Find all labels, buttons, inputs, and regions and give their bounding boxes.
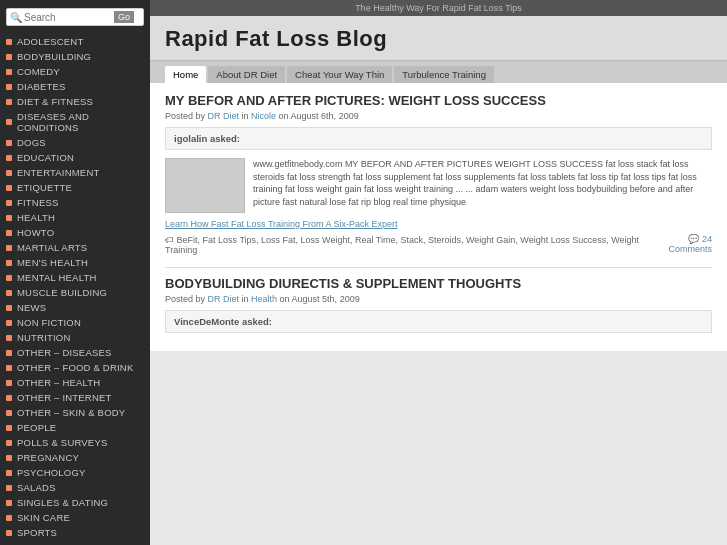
sidebar-item-howto[interactable]: HOWTO bbox=[0, 225, 150, 240]
sidebar-item-label: DIABETES bbox=[17, 81, 66, 92]
post-1-comments-link[interactable]: 💬 24 Comments bbox=[646, 234, 712, 254]
sidebar-item-muscle-building[interactable]: MUSCLE BUILDING bbox=[0, 285, 150, 300]
sidebar-item-label: NON FICTION bbox=[17, 317, 81, 328]
post-divider bbox=[165, 267, 712, 268]
sidebar-item-diseases-and-conditions[interactable]: DISEASES AND CONDITIONS bbox=[0, 109, 150, 135]
sidebar-item-label: COMEDY bbox=[17, 66, 60, 77]
sidebar-item-polls---surveys[interactable]: POLLS & SURVEYS bbox=[0, 435, 150, 450]
sidebar-item-dot bbox=[6, 410, 12, 416]
post-2-author-name: VinceDeMonte asked: bbox=[174, 316, 272, 327]
sidebar-item-psychology[interactable]: PSYCHOLOGY bbox=[0, 465, 150, 480]
sidebar-item-label: PEOPLE bbox=[17, 422, 56, 433]
sidebar-item-salads[interactable]: SALADS bbox=[0, 480, 150, 495]
sidebar-item-other---food---drink[interactable]: OTHER – FOOD & DRINK bbox=[0, 360, 150, 375]
topbar-text: The Healthy Way For Rapid Fat Loss Tips bbox=[355, 3, 522, 13]
post-1-tags-list: BeFit, Fat Loss Tips, Loss Fat, Loss Wei… bbox=[165, 235, 639, 255]
sidebar-item-dot bbox=[6, 395, 12, 401]
sidebar-item-label: OTHER – DISEASES bbox=[17, 347, 112, 358]
sidebar-item-label: PSYCHOLOGY bbox=[17, 467, 86, 478]
sidebar-item-other---diseases[interactable]: OTHER – DISEASES bbox=[0, 345, 150, 360]
sidebar-item-dot bbox=[6, 200, 12, 206]
sidebar-item-health[interactable]: HEALTH bbox=[0, 210, 150, 225]
sidebar-item-dot bbox=[6, 440, 12, 446]
sidebar-item-skin-care[interactable]: SKIN CARE bbox=[0, 510, 150, 525]
post-1-author-box: igolalin asked: bbox=[165, 127, 712, 150]
search-button[interactable]: Go bbox=[114, 11, 134, 23]
sidebar-item-sports[interactable]: SPORTS bbox=[0, 525, 150, 540]
sidebar-item-people[interactable]: PEOPLE bbox=[0, 420, 150, 435]
sidebar-item-mental-health[interactable]: MENTAL HEALTH bbox=[0, 270, 150, 285]
sidebar-item-label: OTHER – HEALTH bbox=[17, 377, 100, 388]
search-input[interactable] bbox=[24, 12, 114, 23]
sidebar-item-label: FITNESS bbox=[17, 197, 59, 208]
tab-about-dr-diet[interactable]: About DR Diet bbox=[208, 66, 285, 83]
sidebar-item-singles---dating[interactable]: SINGLES & DATING bbox=[0, 495, 150, 510]
post-2-category-link[interactable]: Health bbox=[251, 294, 277, 304]
sidebar-item-label: HEALTH bbox=[17, 212, 55, 223]
sidebar-item-other---internet[interactable]: OTHER – INTERNET bbox=[0, 390, 150, 405]
sidebar-item-dot bbox=[6, 140, 12, 146]
sidebar-item-dot bbox=[6, 215, 12, 221]
sidebar-item-other---health[interactable]: OTHER – HEALTH bbox=[0, 375, 150, 390]
sidebar-item-comedy[interactable]: COMEDY bbox=[0, 64, 150, 79]
sidebar-item-label: POLLS & SURVEYS bbox=[17, 437, 107, 448]
sidebar-item-dot bbox=[6, 485, 12, 491]
sidebar-item-dot bbox=[6, 380, 12, 386]
sidebar-item-dot bbox=[6, 185, 12, 191]
post-1-tags: 🏷 BeFit, Fat Loss Tips, Loss Fat, Loss W… bbox=[165, 235, 646, 255]
sidebar-item-martial-arts[interactable]: MARTIAL ARTS bbox=[0, 240, 150, 255]
sidebar-item-education[interactable]: EDUCATION bbox=[0, 150, 150, 165]
sidebar-item-nutrition[interactable]: NUTRITION bbox=[0, 330, 150, 345]
sidebar-item-non-fiction[interactable]: NON FICTION bbox=[0, 315, 150, 330]
post-2-author-link[interactable]: DR Diet bbox=[208, 294, 240, 304]
search-bar[interactable]: 🔍 Go bbox=[6, 8, 144, 26]
post-2-title: Bodybuilding Diurectis & Supplement Thou… bbox=[165, 276, 712, 291]
sidebar-item-other---skin---body[interactable]: OTHER – SKIN & BODY bbox=[0, 405, 150, 420]
sidebar-item-fitness[interactable]: FITNESS bbox=[0, 195, 150, 210]
sidebar-item-dot bbox=[6, 335, 12, 341]
sidebar-item-pregnancy[interactable]: PREGNANCY bbox=[0, 450, 150, 465]
sidebar-item-dot bbox=[6, 305, 12, 311]
post-1: MY BEFOR AND AFTER PICTURES: WEIGHT LOSS… bbox=[165, 93, 712, 259]
tab-home[interactable]: Home bbox=[165, 66, 206, 83]
tab-cheat-your-way-thin[interactable]: Cheat Your Way Thin bbox=[287, 66, 392, 83]
sidebar-item-dot bbox=[6, 275, 12, 281]
sidebar-item-dot bbox=[6, 54, 12, 60]
sidebar-item-dot bbox=[6, 155, 12, 161]
sidebar-item-dogs[interactable]: DOGS bbox=[0, 135, 150, 150]
sidebar-item-dot bbox=[6, 515, 12, 521]
sidebar-item-bodybuilding[interactable]: BODYBUILDING bbox=[0, 49, 150, 64]
main-content: The Healthy Way For Rapid Fat Loss Tips … bbox=[150, 0, 727, 545]
topbar: The Healthy Way For Rapid Fat Loss Tips bbox=[150, 0, 727, 16]
post-1-author-name: igolalin asked: bbox=[174, 133, 240, 144]
content-area: MY BEFOR AND AFTER PICTURES: WEIGHT LOSS… bbox=[150, 83, 727, 351]
sidebar-item-diabetes[interactable]: DIABETES bbox=[0, 79, 150, 94]
post-1-category-link[interactable]: Nicole bbox=[251, 111, 276, 121]
post-1-meta: Posted by DR Diet in Nicole on August 6t… bbox=[165, 111, 712, 121]
sidebar-item-men-s-health[interactable]: MEN'S HEALTH bbox=[0, 255, 150, 270]
sidebar-item-dot bbox=[6, 99, 12, 105]
sidebar-item-etiquette[interactable]: ETIQUETTE bbox=[0, 180, 150, 195]
sidebar-item-news[interactable]: NEWS bbox=[0, 300, 150, 315]
sidebar-item-label: PREGNANCY bbox=[17, 452, 79, 463]
post-1-image bbox=[165, 158, 245, 213]
tab-turbulence-training[interactable]: Turbulence Training bbox=[394, 66, 494, 83]
sidebar: 🔍 Go ADOLESCENTBODYBUILDINGCOMEDYDIABETE… bbox=[0, 0, 150, 545]
sidebar-item-label: HOWTO bbox=[17, 227, 54, 238]
sidebar-item-diet---fitness[interactable]: DIET & FITNESS bbox=[0, 94, 150, 109]
sidebar-item-adolescent[interactable]: ADOLESCENT bbox=[0, 34, 150, 49]
site-title: Rapid Fat Loss Blog bbox=[165, 26, 712, 52]
sidebar-items-list: ADOLESCENTBODYBUILDINGCOMEDYDIABETESDIET… bbox=[0, 34, 150, 545]
sidebar-item-dot bbox=[6, 84, 12, 90]
sidebar-item-label: OTHER – INTERNET bbox=[17, 392, 112, 403]
sidebar-item-dot bbox=[6, 260, 12, 266]
sidebar-item-entertainment[interactable]: ENTERTAINMENT bbox=[0, 165, 150, 180]
sidebar-item-label: SPORTS bbox=[17, 527, 57, 538]
sidebar-item-dot bbox=[6, 170, 12, 176]
sidebar-item-label: SKIN CARE bbox=[17, 512, 70, 523]
sidebar-item-sports-and-fitness[interactable]: SPORTS AND FITNESS bbox=[0, 540, 150, 545]
post-1-author-link[interactable]: DR Diet bbox=[208, 111, 240, 121]
sidebar-item-dot bbox=[6, 39, 12, 45]
sidebar-item-dot bbox=[6, 350, 12, 356]
post-1-learn-more-link[interactable]: Learn How Fast Fat Loss Training From A … bbox=[165, 219, 712, 229]
